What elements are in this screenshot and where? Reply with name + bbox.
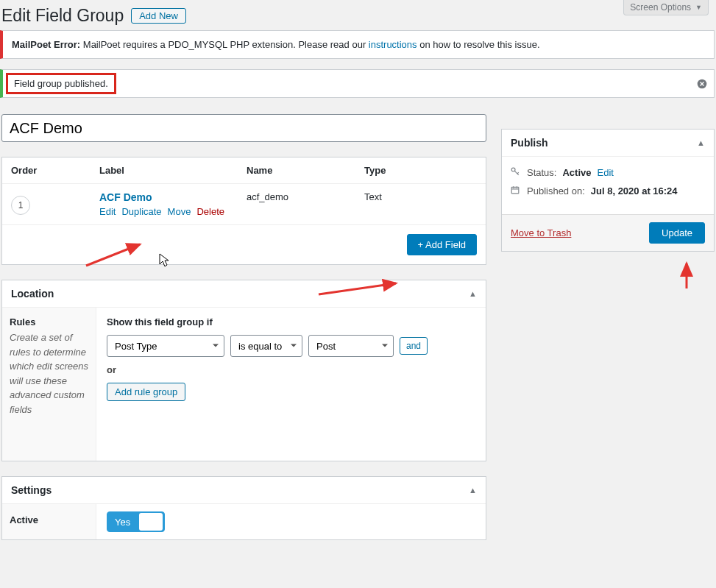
publish-date-row: Published on: Jul 8, 2020 at 16:24	[511, 185, 705, 196]
location-header[interactable]: Location ▲	[2, 280, 486, 308]
col-header-type: Type	[364, 165, 477, 176]
rules-desc: Create a set of rules to determine which…	[10, 332, 88, 415]
status-edit-link[interactable]: Edit	[598, 167, 614, 178]
field-label-link[interactable]: ACF Demo	[99, 191, 152, 203]
collapse-settings-icon[interactable]: ▲	[469, 486, 477, 495]
mailpoet-instructions-link[interactable]: instructions	[369, 39, 417, 50]
mailpoet-msg-before: MailPoet requires a PDO_MYSQL PHP extens…	[80, 39, 369, 50]
field-delete-link[interactable]: Delete	[196, 206, 224, 217]
field-edit-link[interactable]: Edit	[99, 206, 116, 217]
field-duplicate-link[interactable]: Duplicate	[121, 206, 161, 217]
col-header-order: Order	[11, 165, 99, 176]
close-icon	[697, 79, 707, 89]
active-toggle-yes: Yes	[107, 517, 138, 528]
publish-title: Publish	[511, 137, 548, 149]
settings-header[interactable]: Settings ▲	[2, 477, 486, 504]
status-value: Active	[562, 167, 591, 178]
mailpoet-error-prefix: MailPoet Error:	[12, 39, 80, 50]
rule-and-button[interactable]: and	[400, 337, 428, 355]
rule-value-select[interactable]: Post	[308, 335, 394, 357]
collapse-location-icon[interactable]: ▲	[469, 289, 477, 298]
toggle-knob	[139, 513, 163, 531]
field-name: acf_demo	[247, 191, 364, 202]
add-field-button[interactable]: + Add Field	[407, 234, 477, 255]
add-rule-group-button[interactable]: Add rule group	[107, 383, 185, 401]
rule-operator-select[interactable]: is equal to	[230, 335, 302, 357]
move-to-trash-link[interactable]: Move to Trash	[511, 227, 571, 238]
publish-header[interactable]: Publish ▲	[502, 130, 714, 157]
settings-box: Settings ▲ Active Yes	[1, 476, 486, 540]
show-if-label: Show this field group if	[107, 316, 475, 327]
publish-box: Publish ▲ Status: Active Edit Published …	[501, 129, 715, 252]
settings-title: Settings	[11, 484, 52, 496]
location-rules-help: Rules Create a set of rules to determine…	[2, 308, 96, 461]
chevron-down-icon: ▼	[695, 4, 702, 11]
location-box: Location ▲ Rules Create a set of rules t…	[1, 280, 486, 461]
publish-date-value: Jul 8, 2020 at 16:24	[591, 185, 678, 196]
rule-or-label: or	[107, 364, 475, 375]
screen-options-label: Screen Options	[630, 2, 691, 13]
active-toggle[interactable]: Yes	[107, 511, 165, 532]
col-header-label: Label	[99, 165, 247, 176]
fields-header-row: Order Label Name Type	[2, 157, 486, 184]
page-title: Edit Field Group	[1, 6, 124, 26]
status-label: Status:	[527, 167, 556, 178]
field-row-actions: Edit Duplicate Move Delete	[99, 206, 247, 217]
publish-status-row: Status: Active Edit	[511, 167, 705, 178]
title-row: Edit Field Group Add New	[0, 0, 716, 30]
collapse-publish-icon[interactable]: ▲	[697, 138, 705, 147]
field-order-handle[interactable]: 1	[11, 196, 30, 215]
published-notice: Field group published.	[0, 69, 715, 98]
field-group-title-input[interactable]	[1, 114, 486, 142]
key-icon	[511, 167, 521, 178]
mailpoet-error-notice: MailPoet Error: MailPoet requires a PDO_…	[0, 30, 715, 59]
svg-rect-2	[511, 187, 519, 193]
published-notice-text: Field group published.	[6, 73, 116, 94]
mailpoet-msg-after: on how to resolve this issue.	[417, 39, 540, 50]
publish-date-label: Published on:	[527, 185, 585, 196]
dismiss-notice-button[interactable]	[695, 77, 709, 91]
location-rule-row: Post Type is equal to Post and	[107, 335, 475, 357]
field-row[interactable]: 1 ACF Demo Edit Duplicate Move Delete ac…	[2, 184, 486, 224]
add-new-button[interactable]: Add New	[131, 8, 186, 24]
screen-options-tab[interactable]: Screen Options ▼	[623, 0, 709, 15]
field-type: Text	[364, 191, 477, 202]
rule-param-select[interactable]: Post Type	[107, 335, 224, 357]
svg-point-1	[511, 168, 515, 171]
col-header-name: Name	[247, 165, 364, 176]
field-move-link[interactable]: Move	[168, 206, 191, 217]
update-button[interactable]: Update	[649, 222, 705, 244]
fields-list-box: Order Label Name Type 1 ACF Demo Edit Du…	[1, 157, 486, 265]
location-title: Location	[11, 288, 54, 300]
calendar-icon	[511, 185, 521, 196]
setting-active-label: Active	[2, 504, 96, 539]
rules-title: Rules	[10, 316, 88, 327]
